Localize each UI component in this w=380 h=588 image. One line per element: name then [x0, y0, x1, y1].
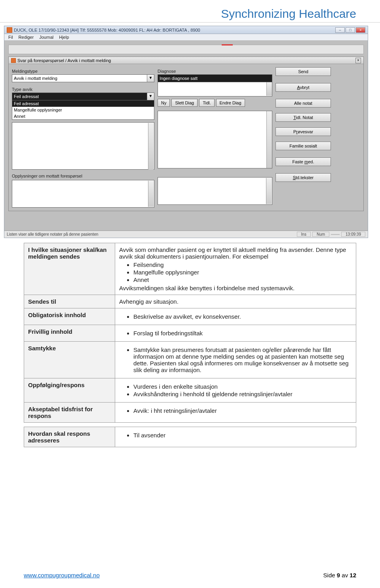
type-avvik-option[interactable]: Annet: [12, 113, 154, 119]
type-avvik-combo[interactable]: Feil adressat ▼: [12, 93, 154, 100]
meldingstype-value: Avvik i mottatt melding: [14, 76, 57, 81]
mid-textarea[interactable]: [158, 111, 272, 168]
info-table-2: Hvordan skal respons adresseres Til avse…: [24, 427, 356, 447]
type-avvik-option[interactable]: Feil adressat: [12, 100, 154, 107]
diagnose-extra[interactable]: [158, 82, 272, 96]
table-row: Oppfølging/respons Vurderes i den enkelt…: [24, 378, 356, 403]
row-label: Akseptabel tidsfrist for respons: [24, 403, 115, 423]
status-time: 13:09:39: [341, 232, 365, 237]
diagnose-field[interactable]: Ingen diagnose satt: [158, 74, 272, 82]
mid-list[interactable]: [158, 177, 272, 205]
row-label: Frivillig innhold: [24, 325, 115, 342]
minimize-button[interactable]: –: [335, 27, 345, 33]
row-label: Oppfølging/respons: [24, 378, 115, 403]
table-row: Frivillig innhold Forslag til forbedring…: [24, 325, 356, 342]
page-indicator: Side 9 av 12: [323, 572, 356, 579]
std-tekster-button[interactable]: Std.tekster: [276, 173, 331, 182]
label-meldingstype: Meldingstype: [12, 69, 154, 74]
row-label: Obligatorisk innhold: [24, 308, 115, 325]
type-avvik-option[interactable]: Mangelfulle opplysninger: [12, 107, 154, 113]
table-row: Sendes til Avhengig av situasjon.: [24, 295, 356, 308]
notes-textarea[interactable]: [12, 122, 154, 170]
page-footer: www.compugroupmedical.no Side 9 av 12: [0, 572, 380, 579]
slett-diag-button[interactable]: Slett Diag: [171, 99, 198, 107]
alle-notat-button[interactable]: Alle notat: [276, 99, 331, 108]
endre-diag-button[interactable]: Endre Diag: [216, 99, 245, 107]
menu-fil[interactable]: Fil: [8, 35, 13, 40]
row-content: Avvik som omhandler pasient og er knytte…: [115, 243, 356, 295]
screenshot-figure: DUCK, OLE 17/10/90-12343 [AH] Tlf: 55555…: [4, 26, 368, 238]
opplysninger-list[interactable]: [12, 180, 154, 208]
row-content: Samtykke kan presumeres forutsatt at pas…: [115, 342, 356, 378]
label-diagnose: Diagnose: [158, 69, 272, 74]
row-content: Til avsender: [115, 427, 356, 447]
document-header: Synchronizing Healthcare: [0, 0, 380, 23]
diagnose-value: Ingen diagnose satt: [160, 76, 198, 81]
window-title-text: DUCK, OLE 17/10/90-12343 [AH] Tlf: 55555…: [14, 28, 200, 32]
dropdown-arrow-icon[interactable]: ▼: [147, 75, 154, 82]
status-num: Num: [312, 232, 329, 237]
familie-button[interactable]: Familie sosialt: [276, 142, 331, 150]
dropdown-arrow-icon[interactable]: ▼: [147, 93, 154, 100]
menu-journal[interactable]: Journal: [39, 35, 53, 40]
dialog-title-text: Svar på forespørspørsel / Avvik i mottat…: [17, 58, 111, 63]
app-icon: [7, 27, 12, 33]
tidl-button[interactable]: Tidl.: [199, 99, 214, 107]
avbryt-button[interactable]: Avbryt: [276, 83, 331, 92]
table-row: Samtykke Samtykke kan presumeres forutsa…: [24, 342, 356, 378]
status-bar: Listen viser alle tidligere notater på d…: [4, 231, 368, 238]
status-text: Listen viser alle tidligere notater på d…: [7, 232, 98, 236]
send-button[interactable]: Send: [276, 67, 331, 76]
table-row: I hvilke situasjoner skal/kan meldingen …: [24, 243, 356, 295]
toolbar: [8, 45, 364, 54]
label-type-avvik: Type avvik: [12, 87, 154, 92]
tidl-notat-button[interactable]: Tidl. Notat: [276, 113, 331, 122]
row-content: Forslag til forbedringstiltak: [115, 325, 356, 342]
info-table: I hvilke situasjoner skal/kan meldingen …: [24, 243, 356, 423]
faste-med-button[interactable]: Faste med.: [276, 157, 331, 166]
table-row: Akseptabel tidsfrist for respons Avvik: …: [24, 403, 356, 423]
row-content: Beskrivelse av avviket, ev konsekvenser.: [115, 308, 356, 325]
row-label: I hvilke situasjoner skal/kan meldingen …: [24, 243, 115, 295]
label-opplysninger: Opplysninger om mottatt forespørsel: [12, 174, 154, 178]
dialog-titlebar: Svar på forespørspørsel / Avvik i mottat…: [9, 57, 363, 64]
row-label: Samtykke: [24, 342, 115, 378]
row-label: Hvordan skal respons adresseres: [24, 427, 115, 447]
row-content: Avhengig av situasjon.: [115, 295, 356, 308]
maximize-button[interactable]: □: [346, 27, 355, 33]
row-content: Avvik: i hht retningslinjer/avtaler: [115, 403, 356, 423]
close-button[interactable]: ×: [356, 27, 365, 33]
header-title: Synchronizing Healthcare: [221, 7, 356, 20]
type-avvik-dropdown[interactable]: Feil adressat Mangelfulle opplysninger A…: [12, 100, 154, 120]
type-avvik-value: Feil adressat: [14, 94, 39, 99]
row-content: Vurderes i den enkelte situasjon Avviksh…: [115, 378, 356, 403]
table-row: Hvordan skal respons adresseres Til avse…: [24, 427, 356, 447]
ny-button[interactable]: Ny: [158, 99, 170, 107]
meldingstype-combo[interactable]: Avvik i mottatt melding ▼: [12, 74, 154, 82]
menu-hjelp[interactable]: Hjelp: [59, 35, 69, 40]
dialog-icon: [11, 58, 16, 63]
provesvar-button[interactable]: Prøvesvar: [276, 127, 331, 136]
status-ins: Ins: [297, 232, 311, 237]
footer-link[interactable]: www.compugroupmedical.no: [24, 572, 100, 579]
menu-rediger[interactable]: Rediger: [19, 35, 34, 40]
table-row: Obligatorisk innhold Beskrivelse av avvi…: [24, 308, 356, 325]
menu-bar: Fil Rediger Journal Hjelp: [4, 34, 368, 41]
dialog-close-button[interactable]: ×: [355, 58, 361, 63]
status-blank: [331, 234, 340, 235]
window-titlebar: DUCK, OLE 17/10/90-12343 [AH] Tlf: 55555…: [4, 26, 368, 34]
row-label: Sendes til: [24, 295, 115, 308]
